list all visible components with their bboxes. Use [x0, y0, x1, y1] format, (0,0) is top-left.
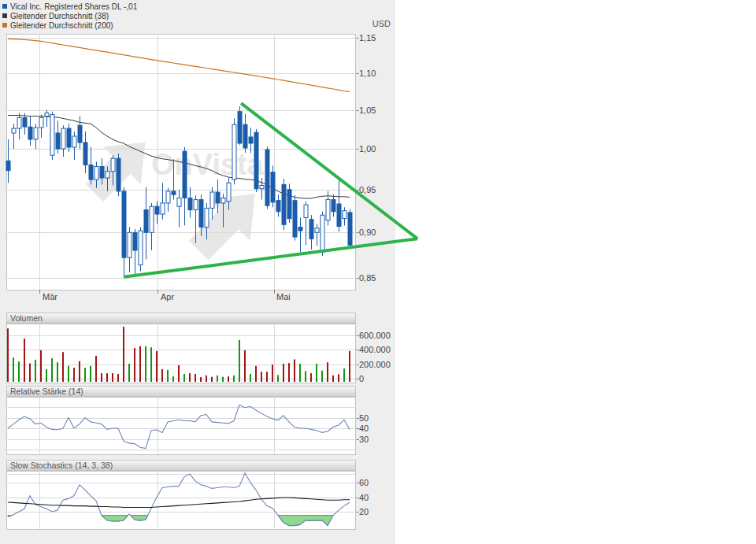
volume-bar: [161, 369, 163, 382]
volume-bar: [299, 364, 301, 382]
candle-body: [321, 215, 324, 252]
x-axis-label-mai: Mai: [276, 292, 291, 302]
candle-body: [343, 211, 346, 219]
legend-swatch-ma200-icon: [2, 23, 7, 28]
volume-bar: [349, 351, 350, 382]
volume-bar: [156, 351, 158, 382]
volume-bar: [277, 375, 279, 382]
volume-bar: [178, 365, 180, 382]
volume-bar: [250, 374, 251, 382]
legend-label-price: Vical Inc. Registered Shares DL -,01: [10, 2, 137, 11]
volume-bar: [62, 352, 64, 382]
legend-label-ma38: Gleitender Durchschnitt (38): [10, 12, 109, 20]
y-axis-label: 50: [359, 413, 369, 424]
candle-body: [183, 151, 187, 198]
volume-bar: [310, 373, 312, 382]
candle-body: [332, 200, 335, 212]
volume-bar: [305, 371, 306, 382]
candle-body: [133, 232, 137, 250]
volume-bar: [139, 346, 141, 382]
y-axis-label: 1,10: [359, 68, 376, 79]
candle-body: [78, 125, 82, 142]
candle-body: [265, 150, 269, 205]
volume-bar: [183, 374, 185, 382]
chart-application-page: OnVista Vical Inc. Registered Shares DL …: [0, 0, 756, 544]
volume-bar: [29, 364, 31, 382]
volume-bar: [117, 374, 119, 382]
candle-body: [194, 200, 198, 210]
volume-bar: [128, 364, 130, 382]
candle-body: [188, 198, 192, 210]
candle-body: [298, 228, 302, 231]
candle-body: [232, 124, 236, 179]
candle-body: [271, 172, 275, 202]
volume-bar: [46, 369, 47, 382]
candle-body: [315, 228, 319, 233]
volume-bar: [228, 376, 229, 382]
candle-body: [12, 128, 16, 133]
volume-bar: [332, 376, 334, 382]
candle-body: [161, 203, 165, 214]
candle-body: [199, 200, 203, 228]
volume-bar: [95, 356, 97, 382]
volume-bar: [266, 372, 268, 382]
candle-body: [254, 132, 258, 189]
candle-body: [337, 204, 341, 227]
candle-body: [243, 124, 247, 148]
candle-body: [111, 158, 115, 172]
volume-bar: [150, 347, 152, 382]
y-axis-label: 40: [359, 424, 369, 434]
volume-bar: [294, 360, 295, 383]
candle-body: [276, 201, 280, 212]
candle-body: [56, 133, 60, 149]
volume-bar: [200, 377, 202, 382]
candle-body: [155, 206, 159, 214]
candle-body: [45, 113, 49, 117]
candle-body: [23, 117, 27, 127]
y-axis-label: 30: [359, 435, 369, 445]
candle-body: [6, 161, 10, 170]
volume-bar: [211, 377, 213, 382]
candle-body: [326, 200, 330, 220]
volume-bar: [51, 358, 53, 382]
stochastics-panel-header: Slow Stochastics (14, 3, 38): [6, 460, 356, 471]
volume-panel-header: Volumen: [6, 313, 356, 324]
volume-bar: [79, 361, 80, 382]
volume-bar: [316, 364, 317, 382]
candle-body: [205, 208, 209, 227]
y-axis-label: 1,15: [359, 33, 376, 43]
y-axis-label: 20: [359, 507, 369, 517]
volume-bar: [90, 366, 91, 382]
chart-legend: Vical Inc. Registered Shares DL -,01 Gle…: [2, 2, 137, 30]
candle-body: [293, 201, 297, 237]
candle-body: [89, 165, 93, 179]
candle-body: [100, 167, 104, 179]
candle-body: [94, 167, 98, 180]
candle-body: [61, 128, 65, 149]
candle-body: [17, 117, 21, 128]
candle-body: [144, 210, 148, 233]
y-axis-label: 400.000: [359, 345, 391, 355]
volume-bar: [233, 376, 235, 382]
volume-bar: [189, 373, 191, 382]
volume-bar: [7, 328, 9, 382]
candle-body: [282, 184, 286, 224]
volume-bar: [40, 350, 42, 382]
candle-body: [67, 128, 71, 147]
candle-body: [304, 205, 308, 217]
y-axis-label: 0,95: [359, 185, 376, 195]
candle-body: [221, 198, 225, 204]
x-axis-label-maerz: Mär: [43, 292, 57, 302]
volume-bar: [172, 376, 174, 382]
candle-body: [106, 172, 109, 178]
candle-body: [72, 136, 76, 147]
volume-bar: [206, 376, 207, 382]
volume-bar: [272, 365, 273, 382]
candle-body: [260, 186, 264, 189]
candle-body: [128, 232, 132, 257]
volume-bar: [13, 357, 14, 382]
currency-label: USD: [335, 19, 391, 28]
volume-bar: [84, 368, 86, 382]
volume-bar: [261, 372, 262, 382]
y-axis-label: 1,00: [359, 144, 376, 154]
